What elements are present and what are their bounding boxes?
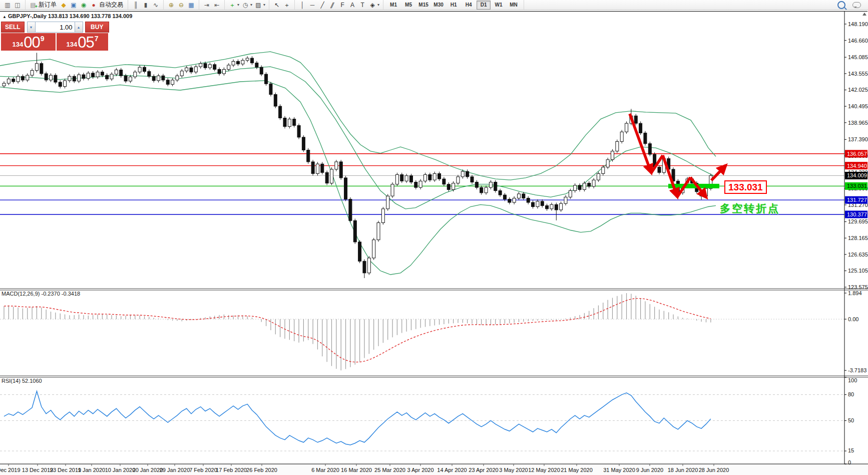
new-order-label[interactable]: 新订单 xyxy=(39,1,57,9)
equidistant-channel-icon[interactable]: ∥ xyxy=(327,1,337,9)
svg-text:1.894: 1.894 xyxy=(848,290,862,296)
periods-icon-caret[interactable]: ▾ xyxy=(250,3,252,7)
profile-window-icon[interactable]: ▥ xyxy=(3,1,13,9)
templates-icon[interactable]: ▨ xyxy=(253,1,263,9)
toolbar-group: │─╱∥FAT◈▾ xyxy=(295,0,383,10)
signals-icon[interactable]: ◉ xyxy=(79,1,89,9)
market-watch-icon[interactable]: ▣ xyxy=(69,1,79,9)
svg-text:134.940: 134.940 xyxy=(847,163,867,169)
buy-price-big-figure: 134 xyxy=(67,41,78,48)
support-highlight-bar xyxy=(668,184,719,188)
tick-chart-icon[interactable]: ◫ xyxy=(13,1,23,9)
timeframe-m1[interactable]: M1 xyxy=(386,1,400,10)
autotrading-icon[interactable]: ● xyxy=(89,1,99,9)
support-price-label[interactable]: 133.031 xyxy=(724,180,767,194)
svg-text:15: 15 xyxy=(848,447,854,453)
svg-text:137.390: 137.390 xyxy=(848,136,868,142)
svg-text:Dec 2019: Dec 2019 xyxy=(0,467,21,473)
arrows-objects-icon-caret[interactable]: ▾ xyxy=(377,3,379,7)
text-icon[interactable]: A xyxy=(347,1,357,9)
sell-price-point: 9 xyxy=(41,35,45,43)
cursor-icon[interactable]: ↖ xyxy=(272,1,282,9)
chart-shift-icon[interactable]: ⇤ xyxy=(212,1,222,9)
chart-window[interactable]: 148.190146.660145.085143.555142.025140.4… xyxy=(0,11,867,475)
svg-text:31 May 2020: 31 May 2020 xyxy=(603,467,635,473)
volume-input[interactable]: 1.00 xyxy=(36,22,75,33)
svg-text:6 Mar 2020: 6 Mar 2020 xyxy=(311,467,339,473)
volume-decrease-button[interactable]: ▼ xyxy=(27,22,36,33)
trendline-icon[interactable]: ╱ xyxy=(317,1,327,9)
svg-text:145.085: 145.085 xyxy=(848,54,868,60)
svg-text:25 Mar 2020: 25 Mar 2020 xyxy=(374,467,405,473)
svg-text:10 Jan 2020: 10 Jan 2020 xyxy=(105,467,136,473)
svg-text:13 Dec 2019: 13 Dec 2019 xyxy=(22,467,53,473)
buy-price-display[interactable]: 134 05 7 xyxy=(57,33,108,51)
autotrading-label[interactable]: 自动交易 xyxy=(99,1,123,9)
periods-icon[interactable]: ◷ xyxy=(240,1,250,9)
timeframe-m15[interactable]: M15 xyxy=(416,1,430,10)
main-toolbar: ▥◫▤+新订单◆▣◉●自动交易║▮∿⊕⊖▦⇥⇤＋▾◷▾▨▾↖＋│─╱∥FAT◈▾… xyxy=(0,0,868,10)
svg-text:142.025: 142.025 xyxy=(848,87,868,93)
timeframe-group: M1M5M15M30H1H4D1W1MN xyxy=(383,0,524,10)
svg-text:23 Dec 2019: 23 Dec 2019 xyxy=(50,467,81,473)
bar-chart-icon[interactable]: ║ xyxy=(131,1,141,9)
svg-text:3 Apr 2020: 3 Apr 2020 xyxy=(407,467,433,473)
timeframe-h4[interactable]: H4 xyxy=(462,1,476,10)
svg-text:100: 100 xyxy=(848,377,857,383)
timeframe-m5[interactable]: M5 xyxy=(401,1,415,10)
svg-text:128.165: 128.165 xyxy=(848,235,868,241)
toolbar-group: ⇥⇤ xyxy=(199,0,225,10)
svg-text:18 Jun 2020: 18 Jun 2020 xyxy=(668,467,698,473)
sell-button[interactable]: SELL xyxy=(1,22,25,33)
vertical-line-icon[interactable]: │ xyxy=(297,1,307,9)
svg-text:29 Jan 2020: 29 Jan 2020 xyxy=(160,467,190,473)
search-icon[interactable] xyxy=(837,1,845,9)
indicators-icon[interactable]: ＋ xyxy=(227,1,237,9)
zoom-in-icon[interactable]: ⊕ xyxy=(166,1,176,9)
timeframe-w1[interactable]: W1 xyxy=(492,1,506,10)
indicators-icon-caret[interactable]: ▾ xyxy=(237,3,239,7)
crosshair-icon[interactable]: ＋ xyxy=(282,1,292,9)
zoom-out-icon[interactable]: ⊖ xyxy=(176,1,186,9)
svg-text:9 Jun 2020: 9 Jun 2020 xyxy=(636,467,663,473)
svg-text:7 Feb 2020: 7 Feb 2020 xyxy=(189,467,217,473)
svg-text:50: 50 xyxy=(848,417,854,423)
timeframe-d1[interactable]: D1 xyxy=(477,1,491,10)
chart-canvas[interactable]: 148.190146.660145.085143.555142.025140.4… xyxy=(0,12,868,475)
sell-price-display[interactable]: 134 00 9 xyxy=(1,33,56,51)
fibonacci-icon[interactable]: F xyxy=(337,1,347,9)
text-label-icon[interactable]: T xyxy=(357,1,367,9)
candlestick-chart-icon[interactable]: ▮ xyxy=(141,1,151,9)
auto-scroll-icon[interactable]: ⇥ xyxy=(202,1,212,9)
templates-icon-caret[interactable]: ▾ xyxy=(263,3,265,7)
line-chart-icon[interactable]: ∿ xyxy=(151,1,161,9)
timeframe-mn[interactable]: MN xyxy=(507,1,521,10)
new-order-icon[interactable]: ▤+ xyxy=(28,1,38,9)
svg-text:12 May 2020: 12 May 2020 xyxy=(528,467,560,473)
svg-text:146.660: 146.660 xyxy=(848,38,868,44)
volume-increase-button[interactable]: ▲ xyxy=(75,22,83,33)
buy-price-pips: 05 xyxy=(78,36,94,50)
pivot-note-text[interactable]: 多空转折点 xyxy=(720,201,780,215)
buy-button[interactable]: BUY xyxy=(85,22,109,33)
chart-symbol-info: ▲GBPJPY-,Daily 133.813 134.690 133.778 1… xyxy=(3,13,132,19)
chat-icon[interactable] xyxy=(852,2,861,8)
metaeditor-icon[interactable]: ◆ xyxy=(59,1,69,9)
svg-text:148.190: 148.190 xyxy=(848,21,868,27)
timeframe-h1[interactable]: H1 xyxy=(447,1,461,10)
svg-text:123.575: 123.575 xyxy=(848,284,868,290)
tile-windows-icon[interactable]: ▦ xyxy=(186,1,196,9)
horizontal-line-icon[interactable]: ─ xyxy=(307,1,317,9)
toolbar-group: ⊕⊖▦ xyxy=(164,0,199,10)
arrows-objects-icon[interactable]: ◈ xyxy=(367,1,377,9)
svg-text:21 May 2020: 21 May 2020 xyxy=(561,467,593,473)
timeframe-m30[interactable]: M30 xyxy=(431,1,446,10)
svg-text:138.965: 138.965 xyxy=(848,120,868,126)
svg-text:130.377: 130.377 xyxy=(847,211,867,217)
svg-text:134.009: 134.009 xyxy=(847,172,867,178)
date-axis: Dec 201913 Dec 201923 Dec 20191 Jan 2020… xyxy=(0,464,868,475)
svg-text:17 Feb 2020: 17 Feb 2020 xyxy=(216,467,247,473)
symbol-expander-icon[interactable]: ▲ xyxy=(3,15,7,19)
svg-text:1 Jan 2020: 1 Jan 2020 xyxy=(78,467,105,473)
symbol-name: GBPJPY-,Daily xyxy=(8,13,47,19)
